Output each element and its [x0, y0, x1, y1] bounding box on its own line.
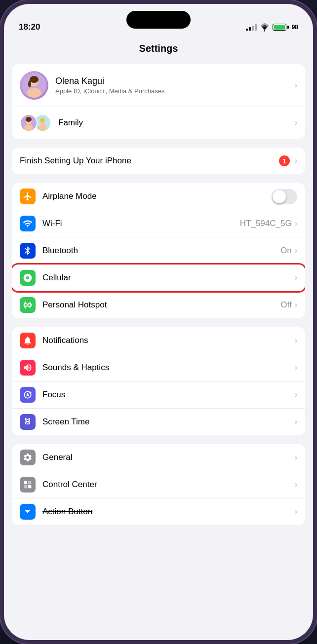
- cellular-label: Cellular: [42, 273, 295, 283]
- family-avatar-1: [20, 114, 38, 132]
- profile-card: Olena Kagui Apple ID, iCloud+, Media & P…: [12, 64, 305, 139]
- phone-frame: 18:20 98 Set: [0, 0, 317, 644]
- bluetooth-value: On: [280, 246, 292, 256]
- control-center-icon: [20, 477, 36, 492]
- sounds-label: Sounds & Haptics: [42, 363, 295, 373]
- svg-rect-14: [24, 481, 28, 485]
- svg-rect-17: [28, 485, 32, 489]
- airplane-mode-toggle-thumb: [273, 190, 286, 203]
- wifi-icon: [20, 216, 36, 231]
- signal-bars-icon: [246, 24, 257, 31]
- status-right: 98: [246, 22, 298, 32]
- battery-body: [273, 24, 286, 31]
- notifications-label: Notifications: [42, 336, 295, 345]
- svg-rect-15: [28, 481, 32, 485]
- bluetooth-icon: [20, 243, 36, 259]
- action-button-label: Action Button: [42, 507, 295, 517]
- focus-icon: [20, 387, 36, 403]
- signal-bar-1: [246, 29, 248, 31]
- settings-item-notifications[interactable]: Notifications ›: [12, 327, 305, 354]
- wifi-value: HT_594C_5G: [240, 219, 292, 228]
- screen-time-icon: [20, 414, 36, 430]
- apple-id-row[interactable]: Olena Kagui Apple ID, iCloud+, Media & P…: [12, 64, 305, 107]
- svg-point-4: [30, 76, 39, 83]
- settings-item-screen-time[interactable]: Screen Time ›: [12, 409, 305, 435]
- svg-point-0: [264, 30, 265, 32]
- general-chevron: ›: [295, 453, 297, 462]
- family-row[interactable]: Family ›: [12, 107, 305, 139]
- settings-item-general[interactable]: General ›: [12, 444, 305, 471]
- apple-id-chevron: ›: [295, 81, 297, 90]
- settings-item-cellular[interactable]: Cellular ›: [12, 265, 305, 292]
- network-section: Airplane Mode Wi-Fi HT_594C_5G ›: [12, 183, 305, 318]
- settings-item-focus[interactable]: Focus ›: [12, 381, 305, 409]
- signal-bar-4: [255, 24, 257, 31]
- wifi-status-icon: [260, 22, 270, 32]
- battery-indicator: [273, 24, 289, 31]
- signal-bar-3: [252, 26, 254, 31]
- control-center-label: Control Center: [42, 480, 295, 490]
- family-label: Family: [58, 118, 295, 128]
- action-button-chevron: ›: [295, 507, 297, 516]
- finish-setup-card[interactable]: Finish Setting Up Your iPhone 1 ›: [12, 148, 305, 174]
- general-section: General › Control Center ›: [12, 444, 305, 525]
- general-icon: [20, 450, 36, 465]
- notifications-icon: [20, 333, 36, 348]
- profile-info: Olena Kagui Apple ID, iCloud+, Media & P…: [55, 76, 295, 95]
- action-button-icon: [20, 504, 36, 520]
- svg-rect-16: [24, 485, 28, 489]
- status-time: 18:20: [19, 22, 40, 32]
- profile-avatar-image: [22, 73, 46, 98]
- cellular-chevron: ›: [295, 273, 297, 282]
- page-title: Settings: [12, 41, 305, 54]
- profile-subtitle: Apple ID, iCloud+, Media & Purchases: [55, 87, 295, 95]
- settings-item-action-button[interactable]: Action Button ›: [12, 498, 305, 525]
- settings-item-airplane-mode[interactable]: Airplane Mode: [12, 183, 305, 210]
- svg-rect-18: [25, 510, 30, 511]
- finish-setup-chevron: ›: [295, 156, 297, 165]
- wifi-chevron: ›: [295, 219, 297, 228]
- profile-avatar: [20, 71, 48, 100]
- svg-point-5: [28, 80, 31, 87]
- notifications-chevron: ›: [295, 336, 297, 345]
- settings-item-sounds[interactable]: Sounds & Haptics ›: [12, 354, 305, 381]
- airplane-mode-toggle[interactable]: [272, 189, 297, 204]
- focus-chevron: ›: [295, 390, 297, 399]
- battery-fill: [274, 25, 285, 30]
- profile-name: Olena Kagui: [55, 76, 295, 86]
- battery-tip: [287, 26, 289, 29]
- hotspot-icon: [20, 297, 36, 313]
- settings-item-hotspot[interactable]: Personal Hotspot Off ›: [12, 292, 305, 318]
- family-chevron: ›: [295, 118, 297, 127]
- hotspot-value: Off: [280, 300, 291, 310]
- control-center-chevron: ›: [295, 480, 297, 489]
- finish-setup-label: Finish Setting Up Your iPhone: [20, 156, 279, 166]
- focus-label: Focus: [42, 390, 295, 400]
- general-label: General: [42, 453, 295, 462]
- sounds-chevron: ›: [295, 363, 297, 372]
- screen-content: Settings Olena Kagui: [4, 36, 313, 640]
- settings-item-wifi[interactable]: Wi-Fi HT_594C_5G ›: [12, 210, 305, 237]
- airplane-mode-label: Airplane Mode: [42, 191, 272, 201]
- cellular-icon: [20, 270, 36, 286]
- bluetooth-label: Bluetooth: [42, 246, 280, 256]
- dynamic-island: [126, 11, 191, 29]
- svg-point-3: [27, 88, 41, 98]
- notifications-section: Notifications › Sounds & Haptics ›: [12, 327, 305, 435]
- sounds-icon: [20, 360, 36, 376]
- hotspot-chevron: ›: [295, 301, 297, 309]
- finish-setup-row[interactable]: Finish Setting Up Your iPhone 1 ›: [12, 148, 305, 174]
- bluetooth-chevron: ›: [295, 246, 297, 255]
- settings-item-bluetooth[interactable]: Bluetooth On ›: [12, 237, 305, 265]
- finish-setup-badge: 1: [279, 155, 290, 166]
- wifi-label: Wi-Fi: [42, 219, 240, 228]
- hotspot-label: Personal Hotspot: [42, 300, 280, 310]
- battery-percent: 98: [292, 24, 298, 31]
- signal-bar-2: [249, 27, 251, 31]
- screen-time-label: Screen Time: [42, 417, 295, 427]
- airplane-mode-icon: [20, 189, 36, 204]
- settings-item-control-center[interactable]: Control Center ›: [12, 471, 305, 498]
- family-avatars: [20, 114, 51, 132]
- screen-time-chevron: ›: [295, 417, 297, 426]
- svg-point-13: [40, 118, 45, 122]
